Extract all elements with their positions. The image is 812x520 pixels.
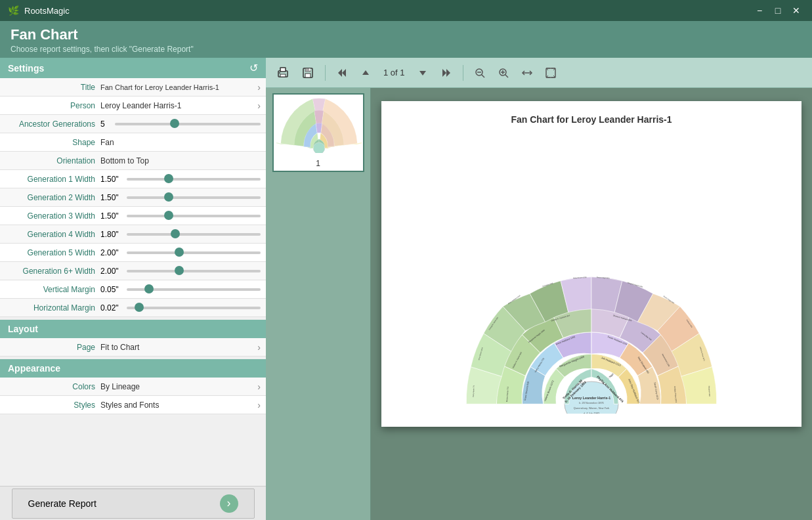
gen1-slider-container: 1.50": [100, 175, 261, 184]
ancestor-gen-slider-container: 5: [100, 119, 261, 129]
preview-row: 1 Fan Chart for Leroy Leander Harris-1: [266, 88, 812, 520]
gen1-thumb[interactable]: [164, 174, 173, 183]
horizontal-margin-label: Horizontal Margin: [5, 303, 100, 313]
print-button[interactable]: [272, 64, 293, 82]
gen3-width-row: Generation 3 Width 1.50": [0, 207, 266, 225]
person-value: Leroy Leander Harris-1: [100, 101, 257, 110]
gen6-width-value: 2.00": [100, 267, 123, 276]
page-label: Page: [5, 343, 100, 352]
svg-line-15: [481, 74, 484, 77]
header: Fan Chart Choose report settings, then c…: [0, 21, 812, 58]
orientation-row: Orientation Bottom to Top: [0, 152, 266, 170]
fan-chart-container: Leroy Leander Harris-1 b. 20 November 18…: [395, 131, 788, 414]
svg-rect-2: [280, 74, 286, 77]
next-page-button[interactable]: [413, 64, 433, 81]
gen5-width-row: Generation 5 Width 2.00": [0, 244, 266, 262]
svg-text:Queensbury, Warren, New York: Queensbury, Warren, New York: [574, 406, 609, 410]
vertical-margin-row: Vertical Margin 0.05": [0, 280, 266, 299]
app-icon: 🌿: [8, 5, 19, 16]
appearance-header: Appearance: [0, 359, 266, 378]
svg-marker-10: [362, 70, 369, 75]
colors-value: By Lineage: [100, 382, 257, 391]
svg-text:d. 4 July 1983: d. 4 July 1983: [584, 412, 599, 414]
reset-button[interactable]: ↺: [249, 62, 258, 74]
prev-page-button[interactable]: [356, 64, 375, 81]
gen5-track[interactable]: [127, 251, 261, 254]
gen5-thumb[interactable]: [175, 248, 184, 257]
colors-arrow[interactable]: ›: [257, 381, 261, 392]
styles-value: Styles and Fonts: [100, 401, 257, 410]
svg-marker-9: [342, 69, 346, 77]
gen3-slider-container: 1.50": [100, 211, 261, 221]
horizontal-margin-slider-container: 0.02": [100, 303, 261, 313]
layout-title: Layout: [8, 324, 38, 334]
close-button[interactable]: ✕: [788, 3, 804, 18]
gen2-track[interactable]: [127, 196, 261, 199]
svg-rect-6: [305, 74, 310, 77]
ancestor-gen-track[interactable]: [115, 123, 261, 125]
colors-row: Colors By Lineage ›: [0, 378, 266, 396]
generate-label: Generate Report: [28, 498, 96, 509]
zoom-in-button[interactable]: [494, 64, 513, 81]
gen4-track[interactable]: [127, 233, 261, 236]
toolbar-sep-2: [463, 65, 463, 81]
thumbnail-item-1[interactable]: 1: [272, 93, 364, 172]
gen6-width-label: Generation 6+ Width: [5, 267, 100, 276]
gen2-width-value: 1.50": [100, 193, 123, 202]
horizontal-margin-thumb[interactable]: [135, 303, 144, 312]
gen5-width-label: Generation 5 Width: [5, 248, 100, 257]
gen1-width-value: 1.50": [100, 175, 123, 184]
last-page-button[interactable]: [437, 64, 456, 81]
settings-header: Settings ↺: [0, 58, 266, 78]
gen2-width-row: Generation 2 Width 1.50": [0, 188, 266, 207]
vertical-margin-value: 0.05": [100, 285, 123, 294]
fit-width-button[interactable]: [517, 64, 537, 81]
settings-title: Settings: [8, 63, 44, 74]
appearance-title: Appearance: [8, 363, 60, 374]
gen1-width-row: Generation 1 Width 1.50": [0, 170, 266, 188]
ancestor-gen-row: Ancestor Generations 5: [0, 115, 266, 133]
page-arrow[interactable]: ›: [257, 342, 261, 353]
gen3-track[interactable]: [127, 215, 261, 217]
orientation-value: Bottom to Top: [100, 156, 261, 165]
vertical-margin-track[interactable]: [127, 288, 261, 291]
person-arrow[interactable]: ›: [257, 100, 261, 111]
gen6-track[interactable]: [127, 270, 261, 272]
ancestor-gen-thumb[interactable]: [170, 119, 179, 128]
fit-page-button[interactable]: [541, 64, 561, 81]
zoom-out-button[interactable]: [470, 64, 490, 81]
generate-button[interactable]: Generate Report ›: [12, 488, 255, 519]
minimize-button[interactable]: −: [752, 3, 767, 18]
vertical-margin-thumb[interactable]: [144, 284, 154, 293]
maximize-button[interactable]: □: [770, 3, 786, 18]
shape-value: Fan: [100, 138, 261, 147]
title-arrow[interactable]: ›: [257, 82, 261, 93]
save-button[interactable]: [297, 64, 318, 82]
person-label: Person: [5, 101, 100, 110]
page-subtitle: Choose report settings, then click "Gene…: [11, 45, 801, 54]
gen3-thumb[interactable]: [164, 211, 173, 220]
title-bar: 🌿 RootsMagic − □ ✕: [0, 0, 812, 21]
gen2-thumb[interactable]: [164, 192, 173, 202]
gen6-thumb[interactable]: [175, 266, 184, 275]
right-area: 1 of 1: [266, 58, 812, 520]
preview-page: Fan Chart for Leroy Leander Harris-1 Ler…: [381, 101, 801, 427]
gen5-slider-container: 2.00": [100, 248, 261, 257]
thumbnail-label: 1: [276, 156, 360, 168]
shape-label: Shape: [5, 138, 100, 147]
page-indicator: 1 of 1: [379, 68, 409, 77]
gen6-width-row: Generation 6+ Width 2.00": [0, 262, 266, 280]
horizontal-margin-track[interactable]: [127, 307, 261, 309]
svg-point-3: [279, 72, 280, 74]
gen4-thumb[interactable]: [171, 229, 180, 238]
colors-label: Colors: [5, 382, 100, 391]
preview-area: Fan Chart for Leroy Leander Harris-1 Ler…: [371, 88, 812, 520]
thumbnail-panel: 1: [266, 88, 371, 520]
page-row: Page Fit to Chart ›: [0, 338, 266, 357]
svg-marker-8: [338, 69, 342, 77]
gen1-track[interactable]: [127, 178, 261, 181]
title-row: Title Fan Chart for Leroy Leander Harris…: [0, 78, 266, 97]
gen4-width-label: Generation 4 Width: [5, 230, 100, 239]
styles-arrow[interactable]: ›: [257, 400, 261, 410]
first-page-button[interactable]: [332, 64, 352, 81]
